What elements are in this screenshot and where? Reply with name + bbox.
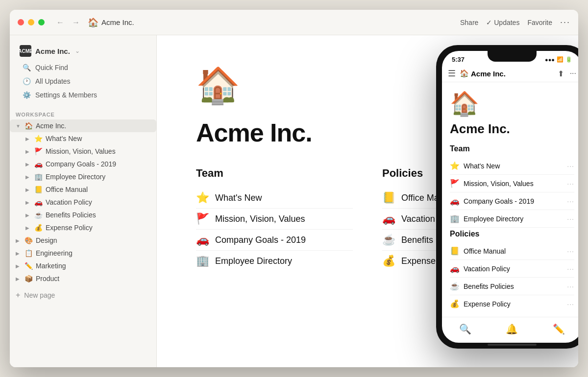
quick-find-item[interactable]: 🔍 Quick Find [18, 61, 148, 74]
list-item[interactable]: 🚗 Company Goals - 2019 ··· [450, 192, 574, 210]
sidebar-item-benefits[interactable]: ▶ ☕ Benefits Policies [10, 209, 156, 221]
expand-arrow-icon: ▶ [25, 174, 31, 180]
more-button[interactable]: ··· [560, 17, 570, 27]
sidebar-item-expense-policy[interactable]: ▶ 💰 Expense Policy [10, 221, 156, 234]
phone-home-indicator [488, 344, 537, 346]
signal-icon: ●●● [545, 57, 555, 63]
engineering-emoji: 📋 [24, 249, 33, 257]
workspace-selector[interactable]: ACME Acme Inc. ⌄ [18, 41, 148, 61]
sidebar-item-marketing[interactable]: ▶ ✏️ Marketing [10, 259, 156, 272]
minimize-button[interactable] [28, 19, 34, 25]
phone-time: 5:37 [452, 56, 465, 63]
breadcrumb: 🏠 Acme Inc. [88, 17, 460, 28]
share-icon[interactable]: ⬆ [558, 69, 564, 78]
new-page-button[interactable]: + New page [10, 287, 156, 304]
office-manual-emoji: 📒 [34, 186, 43, 193]
battery-icon: 🔋 [565, 56, 572, 63]
updates-button[interactable]: ✓ Updates [486, 19, 519, 26]
title-bar: ← → 🏠 Acme Inc. Share ✓ Updates Favorite… [10, 10, 578, 35]
more-icon[interactable]: ··· [570, 69, 576, 78]
company-goals-label: Company Goals - 2019 [46, 160, 116, 168]
whats-new-emoji: ⭐ [34, 135, 43, 142]
phone-edit-icon[interactable]: ✏️ [553, 323, 565, 335]
list-item[interactable]: 🚗 Company Goals - 2019 [196, 230, 353, 251]
sidebar-item-design[interactable]: ▶ 🎨 Design [10, 234, 156, 247]
clock-icon: 🕐 [22, 77, 31, 85]
mission-label: Mission, Vision, Values [46, 147, 116, 155]
wifi-icon: 📶 [557, 56, 564, 63]
list-item[interactable]: 💰 Expense Policy ··· [450, 295, 574, 312]
new-page-label: New page [24, 291, 55, 299]
expand-arrow-icon: ▶ [16, 251, 22, 256]
sidebar-item-vacation-policy[interactable]: ▶ 🚗 Vacation Policy [10, 196, 156, 209]
traffic-lights [18, 19, 45, 25]
marketing-label: Marketing [36, 262, 152, 270]
phone-policies-heading: Policies [450, 230, 574, 238]
phone-bottom-bar: 🔍 🔔 ✏️ [442, 317, 578, 343]
marketing-emoji: ✏️ [24, 262, 33, 270]
phone-content: 🏠 Acme Inc. Team ⭐ What's New ··· 🚩 Miss… [442, 82, 578, 317]
vacation-policy-emoji: 🚗 [34, 198, 43, 206]
list-item[interactable]: 🚩 Mission, Vision, Values ··· [450, 175, 574, 192]
whats-new-label: What's New [46, 135, 82, 142]
page-title: Acme Inc. [101, 18, 134, 26]
sidebar-item-office-manual[interactable]: ▶ 📒 Office Manual [10, 183, 156, 196]
close-button[interactable] [18, 19, 24, 25]
expand-arrow-icon: ▼ [16, 123, 22, 129]
list-item[interactable]: 📒 Office Manual ··· [450, 242, 574, 260]
page-content: 🏠 Acme Inc. Team ⭐ What's New 🚩 Mission,… [157, 35, 578, 367]
sidebar-item-mission[interactable]: ▶ 🚩 Mission, Vision, Values [10, 145, 156, 158]
sidebar-item-engineering[interactable]: ▶ 📋 Engineering [10, 247, 156, 259]
back-button[interactable]: ← [54, 17, 66, 28]
list-item[interactable]: 🏢 Employee Directory [196, 251, 353, 271]
phone-search-icon[interactable]: 🔍 [459, 323, 471, 335]
sidebar-item-acme[interactable]: ▼ 🏠 Acme Inc. [10, 119, 156, 132]
expand-arrow-icon: ▶ [25, 162, 31, 167]
phone-nav-actions: ⬆ ··· [558, 69, 576, 78]
hamburger-icon[interactable]: ☰ [448, 68, 456, 79]
sidebar-item-whats-new[interactable]: ▶ ⭐ What's New [10, 132, 156, 145]
forward-button[interactable]: → [70, 17, 82, 28]
benefits-label: Benefits Policies [46, 211, 96, 219]
vacation-policy-label: Vacation Policy [46, 198, 92, 206]
expand-arrow-icon: ▶ [25, 225, 31, 231]
plus-icon: + [16, 291, 20, 300]
gear-icon: ⚙️ [22, 91, 31, 99]
expand-arrow-icon: ▶ [25, 200, 31, 205]
list-item[interactable]: 🚗 Vacation Policy ··· [450, 260, 574, 278]
list-item[interactable]: 🚩 Mission, Vision, Values [196, 209, 353, 230]
phone-bell-icon[interactable]: 🔔 [506, 323, 518, 335]
chevron-down-icon: ⌄ [75, 47, 80, 54]
workspace-logo: ACME [20, 45, 31, 57]
team-heading: Team [196, 167, 353, 180]
product-label: Product [36, 275, 152, 283]
acme-label: Acme Inc. [36, 122, 152, 130]
list-item[interactable]: ⭐ What's New ··· [450, 157, 574, 175]
share-button[interactable]: Share [460, 19, 478, 26]
favorite-button[interactable]: Favorite [527, 19, 552, 26]
expand-arrow-icon: ▶ [25, 136, 31, 141]
phone-page-title: Acme Inc. [450, 121, 574, 137]
page-emoji: 🏠 [88, 17, 98, 28]
sidebar-item-company-goals[interactable]: ▶ 🚗 Company Goals - 2019 [10, 158, 156, 170]
sidebar-item-product[interactable]: ▶ 📦 Product [10, 272, 156, 285]
list-item[interactable]: ☕ Benefits Policies ··· [450, 278, 574, 295]
fullscreen-button[interactable] [38, 19, 45, 25]
product-emoji: 📦 [24, 275, 33, 283]
phone-team-heading: Team [450, 144, 574, 153]
list-item[interactable]: ⭐ What's New [196, 188, 353, 209]
company-goals-emoji: 🚗 [34, 160, 43, 168]
benefits-emoji: ☕ [34, 211, 43, 219]
list-item[interactable]: 🏢 Employee Directory ··· [450, 210, 574, 228]
team-column: Team ⭐ What's New 🚩 Mission, Vision, Val… [196, 167, 353, 271]
phone-nav-title: 🏠 Acme Inc. [460, 69, 558, 78]
employee-dir-emoji: 🏢 [34, 173, 43, 181]
sidebar-item-employee-directory[interactable]: ▶ 🏢 Employee Directory [10, 170, 156, 183]
expand-arrow-icon: ▶ [16, 238, 22, 243]
phone-frame: 5:37 ●●● 📶 🔋 ☰ 🏠 A [436, 45, 578, 349]
office-manual-label: Office Manual [46, 186, 88, 193]
settings-item[interactable]: ⚙️ Settings & Members [18, 88, 148, 102]
all-updates-item[interactable]: 🕐 All Updates [18, 74, 148, 88]
expand-arrow-icon: ▶ [16, 263, 22, 269]
design-label: Design [36, 236, 152, 244]
